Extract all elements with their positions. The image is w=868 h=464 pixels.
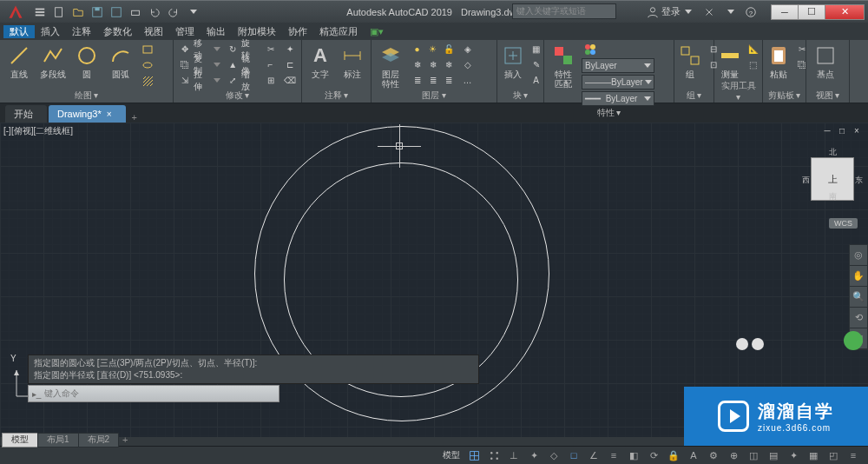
nav-wheel-icon[interactable]: ◎: [850, 245, 867, 266]
stretch-button[interactable]: ⇲拉伸: [177, 73, 222, 88]
nav-zoom-icon[interactable]: 🔍: [850, 287, 867, 308]
create-block-icon[interactable]: ▦: [528, 42, 544, 56]
filetab-start[interactable]: 开始: [5, 105, 47, 123]
sb-lineweight-icon[interactable]: ≡: [604, 447, 623, 463]
tab-parametric[interactable]: 参数化: [97, 25, 138, 38]
sb-workspace-icon[interactable]: ⚙: [704, 447, 723, 463]
sb-annoscale-icon[interactable]: 🔒: [664, 447, 683, 463]
tab-output[interactable]: 输出: [201, 25, 232, 38]
fillet-icon[interactable]: ⌐: [262, 57, 279, 72]
dimension-button[interactable]: 标注: [338, 42, 367, 79]
nav-pan-icon[interactable]: ✋: [850, 266, 867, 287]
circle-button[interactable]: 圆: [71, 42, 102, 79]
sb-snap-icon[interactable]: [484, 447, 503, 463]
sb-custom-icon[interactable]: ≡: [844, 447, 863, 463]
measure-button[interactable]: 测量: [718, 42, 742, 79]
plot-icon[interactable]: [127, 3, 144, 21]
layer-off-icon[interactable]: ◇: [459, 57, 476, 72]
tab-annotate[interactable]: 注释: [66, 25, 97, 38]
layouttab-layout1[interactable]: 布局1: [37, 433, 79, 447]
help-dropdown-icon[interactable]: [721, 3, 739, 21]
maximize-button[interactable]: ☐: [798, 4, 825, 20]
minimize-button[interactable]: ─: [771, 4, 799, 20]
sb-annovis-icon[interactable]: A: [684, 447, 703, 463]
layouttab-model[interactable]: 模型: [2, 433, 38, 447]
tab-insert[interactable]: 插入: [35, 25, 66, 38]
base-button[interactable]: 基点: [810, 42, 841, 79]
open-icon[interactable]: [69, 3, 87, 21]
sb-units-icon[interactable]: ◫: [744, 447, 763, 463]
command-input[interactable]: ▸_ 键入命令: [28, 385, 279, 402]
panel-annot-title[interactable]: 注释 ▾: [306, 89, 367, 103]
rect-icon[interactable]: [139, 42, 155, 56]
panel-props-title[interactable]: 特性 ▾: [548, 106, 670, 120]
app-logo-icon[interactable]: [3, 2, 28, 23]
close-tab-icon[interactable]: ×: [107, 109, 112, 119]
panel-clip-title[interactable]: 剪贴板 ▾: [766, 89, 802, 103]
save-icon[interactable]: [89, 3, 106, 21]
sb-otrack-icon[interactable]: ∠: [584, 447, 603, 463]
scale-button[interactable]: ⤢缩放: [225, 73, 260, 88]
layer-match-icon[interactable]: ≣≣≣: [409, 73, 457, 88]
sb-monitor-icon[interactable]: ⊕: [724, 447, 743, 463]
sb-quickprops-icon[interactable]: ▤: [764, 447, 783, 463]
select-icon[interactable]: ⬚: [745, 57, 761, 72]
status-indicator-icon[interactable]: [844, 331, 863, 350]
layer-on-icon[interactable]: ●☀🔓: [409, 42, 457, 56]
trim-icon[interactable]: ✂: [262, 42, 279, 56]
panel-draw-title[interactable]: 绘图 ▾: [3, 89, 169, 103]
search-input[interactable]: 键入关键字或短语: [512, 3, 616, 19]
sb-ortho-icon[interactable]: ⊥: [504, 447, 523, 463]
tab-view[interactable]: 视图: [138, 25, 169, 38]
calc-icon[interactable]: 📐: [745, 42, 761, 56]
hatch-icon[interactable]: [139, 73, 155, 88]
lineweight-select[interactable]: ━━━ByLayer: [582, 91, 654, 106]
sb-grid-icon[interactable]: [464, 447, 483, 463]
match-props-button[interactable]: 特性 匹配: [548, 42, 579, 89]
color-picker[interactable]: [582, 42, 654, 56]
saveas-icon[interactable]: [108, 3, 125, 21]
edit-block-icon[interactable]: ✎: [528, 57, 544, 72]
filetab-drawing3[interactable]: Drawing3*×: [49, 105, 126, 123]
tab-default[interactable]: 默认: [3, 25, 35, 38]
qat-more-icon[interactable]: [184, 3, 201, 21]
sb-osnap-icon[interactable]: □: [564, 447, 583, 463]
vp-close-icon[interactable]: ×: [851, 125, 863, 136]
vp-minimize-icon[interactable]: ─: [821, 125, 833, 136]
panel-util-title[interactable]: 实用工具 ▾: [718, 79, 759, 103]
viewcube[interactable]: 北 西 东 上 南: [802, 149, 863, 227]
layer-iso-icon[interactable]: ◈: [459, 42, 476, 56]
erase-icon[interactable]: ⌫: [281, 73, 298, 88]
sb-hardware-icon[interactable]: ✦: [784, 447, 803, 463]
sb-transparency-icon[interactable]: ◧: [624, 447, 643, 463]
redo-icon[interactable]: [165, 3, 182, 21]
tab-expand-icon[interactable]: ▣▾: [364, 26, 390, 37]
line-button[interactable]: 直线: [3, 42, 35, 79]
tab-manage[interactable]: 管理: [169, 25, 201, 38]
sb-cycling-icon[interactable]: ⟳: [644, 447, 663, 463]
layer-more-icon[interactable]: …: [459, 73, 476, 88]
layouttab-layout2[interactable]: 布局2: [78, 433, 120, 447]
tab-addins[interactable]: 附加模块: [232, 25, 282, 38]
group-button[interactable]: 组: [678, 42, 702, 79]
paste-button[interactable]: 粘贴: [766, 42, 791, 79]
undo-icon[interactable]: [146, 3, 163, 21]
arc-button[interactable]: 圆弧: [105, 42, 136, 79]
panel-view-title[interactable]: 视图 ▾: [810, 89, 845, 103]
login-button[interactable]: 登录: [641, 5, 697, 18]
polyline-button[interactable]: 多段线: [37, 42, 69, 79]
sb-iso-icon[interactable]: ◇: [544, 447, 563, 463]
attr-icon[interactable]: A: [528, 73, 544, 88]
sb-isoviews-icon[interactable]: ▦: [804, 447, 823, 463]
vp-maximize-icon[interactable]: □: [836, 125, 848, 136]
tab-featured[interactable]: 精选应用: [313, 25, 364, 38]
sb-model[interactable]: 模型: [439, 449, 464, 461]
array-icon[interactable]: ⊞: [262, 73, 279, 88]
layer-freeze-icon[interactable]: ❄❄❄: [409, 57, 457, 72]
linetype-select[interactable]: ———ByLayer: [582, 75, 654, 89]
ellipse-icon[interactable]: [139, 57, 155, 72]
sb-polar-icon[interactable]: ✦: [524, 447, 543, 463]
help-icon[interactable]: ?: [742, 3, 760, 21]
new-tab-button[interactable]: +: [128, 112, 141, 123]
panel-group-title[interactable]: 组 ▾: [678, 89, 710, 103]
